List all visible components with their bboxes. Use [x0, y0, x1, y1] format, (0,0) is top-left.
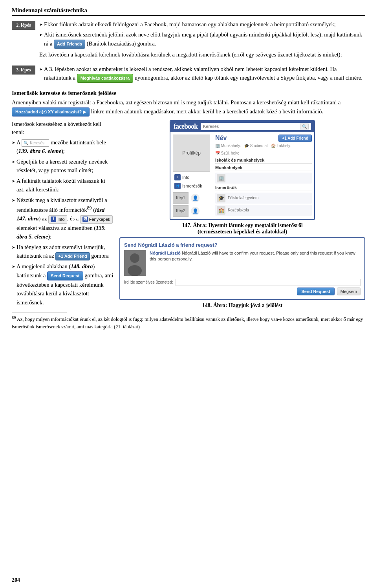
step2-label: 2. lépés — [12, 21, 35, 30]
fb-menu-info-label: Info — [182, 175, 189, 180]
friend-req-message-input[interactable] — [176, 279, 361, 286]
ismerosok-section-title: Ismerősök keresése és ismerősnek jelölés… — [12, 90, 365, 96]
footnote-text: 89 Az, hogy milyen információkat érünk e… — [12, 315, 365, 331]
fb-menu-ismerosok-label: Ismerősök — [182, 184, 202, 188]
fb-kep-rows: Kép1 👤 Kép2 👤 — [173, 192, 212, 217]
avatar-svg — [124, 250, 146, 276]
photo-icon: 🖼 — [82, 217, 88, 222]
friend-req-buttons: Send Request Mégsem — [124, 288, 361, 295]
fb-foiskola-field: 🎓 Főiskola/egyetem — [215, 193, 312, 204]
search-icon: 🔍 — [24, 140, 28, 146]
fb-ismerosok-icon: 👥 — [174, 183, 181, 189]
step2-followup: Ezt követően a kapcsolati kérelmek továb… — [39, 50, 365, 59]
fb-info-row: 🏢 Munkahely: 🎓 Studied at 🏠 Lakhely: 📅 S… — [215, 144, 312, 155]
step3-label: 3. lépés — [12, 66, 35, 75]
add-friend-inline-button[interactable]: +1 Add Friend — [55, 252, 90, 260]
send-request-inline-button[interactable]: Send Request — [47, 271, 83, 280]
friend-req-text: Nógrádi László Nógrádi László will have … — [150, 250, 361, 276]
friend-req-input-label: Írd ide személyes üzeneted: — [124, 280, 173, 284]
step2-item2: Akit ismerősnek szeretnénk jelölni, azok… — [39, 30, 365, 49]
keresese-item3: A felkínált találatok közül válasszuk ki… — [12, 177, 114, 194]
fb-munkahely-field: 🏢 — [215, 173, 312, 184]
keresese-item5: Ha tényleg az adott személyt ismerjük, k… — [12, 243, 114, 261]
right-column: facebook 🔍 Profilkép — [119, 120, 365, 309]
info-button-inline[interactable]: iInfo — [48, 215, 67, 224]
fb-left-menu: i Info 👥 Ismerősök — [173, 173, 212, 190]
keresese-item4: Nézzük meg a kiválasztott személyről a r… — [12, 196, 114, 241]
fb-kozepiskola-text: Középiskola — [228, 208, 249, 212]
figure148-caption: 148. Ábra: Hagyjuk jóvá a jelölést — [119, 302, 365, 309]
fb-foiskola-text: Főiskola/egyetem — [228, 196, 258, 200]
step2-content: Ekkor fiókunk adatait elkezdi feldolgozn… — [39, 20, 365, 62]
hozzaadod-button[interactable]: Hozzáadod a(z) XY alkalmazást? ▶ — [12, 107, 90, 117]
fb-iskolak-section: Iskolák és munkahelyek Munkahelyek 🏢 — [215, 158, 312, 184]
friend-req-cancel-button[interactable]: Mégsem — [337, 288, 361, 295]
friend-request-dialog: Send Nógrádi László a friend request? — [119, 237, 365, 300]
invite-button[interactable]: Meghívás csatlakozásra — [77, 74, 133, 83]
fb-search-bar[interactable]: 🔍 — [201, 123, 311, 130]
fb-add-friend-button[interactable]: +1 Add Friend — [278, 135, 312, 142]
fb-profile-picture: Profilkép — [173, 135, 210, 172]
fb-szul-info: 📅 Szül. hely: — [215, 151, 239, 155]
friend-req-send-button[interactable]: Send Request — [297, 288, 334, 295]
fb-lakhely-info: 🏠 Lakhely: — [271, 144, 291, 148]
two-col-section: Ismerősök kereséséhez a következőt kell … — [12, 120, 365, 309]
page-title: Mindennapi számítástechnika — [12, 7, 87, 13]
step2-item1: Ekkor fiókunk adatait elkezdi feldolgozn… — [39, 20, 365, 29]
fb-munkahelyek-title: Munkahelyek — [215, 165, 312, 171]
friend-req-name: Nógrádi László — [150, 251, 181, 255]
fb-name-row: Név +1 Add Friend — [215, 135, 312, 142]
fb-munkahely-field-icon: 🏢 — [217, 174, 225, 182]
fb-menu-ismerosok[interactable]: 👥 Ismerősök — [173, 182, 212, 190]
keresese-item6: A megjelenő ablakban (148. ábra) kattint… — [12, 262, 114, 307]
fb-kep2-icon: 👤 — [191, 207, 199, 215]
left-column: Ismerősök kereséséhez a következőt kell … — [12, 120, 114, 309]
fb-ismerosok-title: Ismerősök — [215, 185, 312, 191]
fb-logo: facebook — [174, 122, 198, 131]
step3-list: A 3. lépésben azokat az embereket is lek… — [39, 65, 365, 83]
footnote-number: 89 — [12, 315, 16, 320]
main-content: 2. lépés Ekkor fiókunk adatait elkezdi f… — [12, 20, 365, 331]
page-number: 204 — [12, 577, 20, 583]
fb-kep1-icon: 👤 — [191, 194, 199, 202]
page-header: Mindennapi számítástechnika — [12, 7, 365, 16]
fb-menu-info[interactable]: i Info — [173, 173, 212, 181]
fb-studied-info: 🎓 Studied at — [244, 144, 268, 148]
search-box-inline[interactable]: 🔍Keresés — [22, 139, 49, 147]
fb-left-col: Profilkép i Info 👥 Ismerősök — [173, 135, 212, 217]
step3-block: 3. lépés A 3. lépésben azokat az emberek… — [12, 65, 365, 85]
footnote-content: Az, hogy milyen információkat érünk el, … — [12, 317, 363, 329]
keresese-item2: Gépeljük be a keresett személy nevének r… — [12, 157, 114, 175]
fb-search-button[interactable]: 🔍 — [300, 124, 309, 129]
step2-list: Ekkor fiókunk adatait elkezdi feldolgozn… — [39, 20, 365, 49]
ismerosok-intro: Amennyiben valaki már regisztrált a Face… — [12, 98, 365, 117]
friend-req-body: Nógrádi László Nógrádi László will have … — [124, 250, 361, 276]
fb-kep1-thumb: Kép1 — [173, 192, 188, 204]
figure147-caption-line1: 147. Ábra: Ilyesmit látunk egy megtalált… — [182, 222, 303, 228]
fb-right-col: Név +1 Add Friend 🏢 Munkahely: 🎓 Studied… — [215, 135, 312, 217]
fb-munkahely-info: 🏢 Munkahely: — [215, 144, 241, 148]
keresese-list: A 🔍Keresés mezőbe kattintsunk bele (139.… — [12, 138, 114, 307]
fenyokep-button-inline[interactable]: 🖼Fényképek — [80, 215, 113, 224]
fb-kep2-thumb: Kép2 — [173, 205, 188, 217]
friend-req-input-row: Írd ide személyes üzeneted: — [124, 279, 361, 286]
ismerosok-keresese-intro: Ismerősök kereséséhez a következőt kell … — [12, 120, 114, 137]
friend-req-title: Send Nógrádi László a friend request? — [124, 242, 361, 248]
fb-search-input[interactable] — [203, 124, 298, 129]
friend-req-message: Nógrádi László Nógrádi László will have … — [150, 250, 361, 262]
add-friends-button[interactable]: Add Friends — [54, 40, 85, 49]
step3-content: A 3. lépésben azokat az embereket is lek… — [39, 65, 365, 85]
fb-profile-name: Név — [215, 135, 227, 142]
fb-info-icon: i — [174, 174, 181, 180]
svg-point-1 — [130, 253, 139, 263]
friend-req-avatar — [124, 250, 146, 276]
step2-block: 2. lépés Ekkor fiókunk adatait elkezdi f… — [12, 20, 365, 62]
footnote-divider — [12, 313, 67, 313]
fb-kozepiskola-icon: 🏫 — [217, 206, 225, 215]
fb-kep1: Kép1 👤 — [173, 192, 212, 204]
friend-req-desc: Nógrádi László will have to confirm your… — [150, 251, 355, 261]
profile-pic-label: Profilkép — [182, 150, 201, 156]
fb-ismerosok-section: Ismerősök 🎓 Főiskola/egyetem 🏫 Középisko… — [215, 185, 312, 216]
keresese-item1: A 🔍Keresés mezőbe kattintsunk bele (139.… — [12, 138, 114, 156]
figure147-caption: 147. Ábra: Ilyesmit látunk egy megtalált… — [119, 222, 365, 235]
